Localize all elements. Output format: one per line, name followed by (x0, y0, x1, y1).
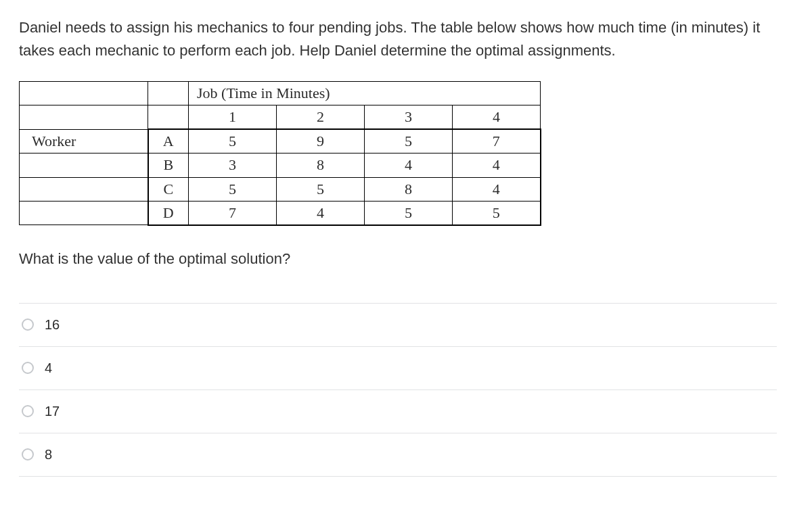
row-label: Worker (20, 129, 148, 153)
data-cell: 5 (365, 201, 453, 225)
cell-blank (20, 153, 148, 177)
data-table-wrap: Job (Time in Minutes) 1 2 3 4 Worker A 5… (19, 81, 793, 226)
option-label: 8 (45, 444, 52, 465)
option-row[interactable]: 16 (19, 303, 777, 347)
radio-icon[interactable] (22, 318, 34, 331)
data-cell: 4 (365, 153, 453, 177)
col-header: 3 (365, 105, 453, 130)
option-label: 17 (45, 401, 60, 422)
worker-id: D (148, 201, 189, 225)
cell-blank (20, 105, 148, 130)
col-header: 2 (277, 105, 365, 130)
data-cell: 4 (453, 177, 541, 201)
option-row[interactable]: 17 (19, 390, 777, 433)
data-cell: 8 (277, 153, 365, 177)
data-table: Job (Time in Minutes) 1 2 3 4 Worker A 5… (19, 81, 541, 226)
option-row[interactable]: 8 (19, 433, 777, 477)
worker-id: B (148, 153, 189, 177)
data-cell: 7 (189, 201, 277, 225)
radio-icon[interactable] (22, 362, 34, 374)
data-cell: 5 (277, 177, 365, 201)
data-cell: 9 (277, 129, 365, 153)
worker-id: C (148, 177, 189, 201)
data-cell: 5 (365, 129, 453, 153)
worker-id: A (148, 129, 189, 153)
cell-blank (148, 82, 189, 105)
data-cell: 5 (453, 201, 541, 225)
cell-blank (20, 177, 148, 201)
cell-blank (20, 82, 148, 105)
job-header: Job (Time in Minutes) (189, 82, 541, 105)
question-text: What is the value of the optimal solutio… (19, 247, 793, 270)
col-header: 1 (189, 105, 277, 130)
options-list: 16 4 17 8 (19, 303, 777, 477)
data-cell: 4 (453, 153, 541, 177)
problem-intro: Daniel needs to assign his mechanics to … (19, 16, 777, 62)
cell-blank (148, 105, 189, 130)
data-cell: 4 (277, 201, 365, 225)
data-cell: 5 (189, 177, 277, 201)
col-header: 4 (453, 105, 541, 130)
data-cell: 3 (189, 153, 277, 177)
option-label: 4 (45, 358, 52, 379)
option-label: 16 (45, 314, 60, 335)
data-cell: 8 (365, 177, 453, 201)
option-row[interactable]: 4 (19, 347, 777, 390)
data-cell: 7 (453, 129, 541, 153)
data-cell: 5 (189, 129, 277, 153)
radio-icon[interactable] (22, 448, 34, 460)
cell-blank (20, 201, 148, 225)
radio-icon[interactable] (22, 405, 34, 417)
